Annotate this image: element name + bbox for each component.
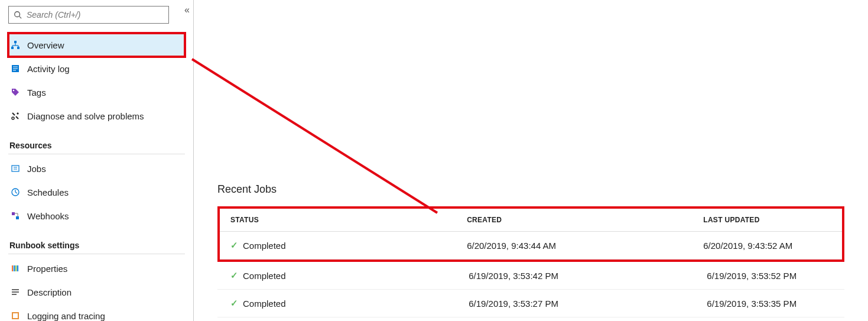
table-row[interactable]: ✓Completed 6/19/2019, 3:53:27 PM 6/19/20… [217, 290, 844, 317]
status-text: Completed [243, 241, 286, 251]
created-cell: 6/19/2019, 3:53:27 PM [456, 290, 694, 317]
status-text: Completed [243, 299, 286, 309]
svg-rect-3 [11, 47, 14, 49]
sidebar-item-properties[interactable]: Properties [8, 257, 185, 280]
description-icon [11, 287, 27, 297]
col-updated: LAST UPDATED [693, 209, 842, 232]
nav-main: Overview Activity log Tags Diagnose and … [8, 33, 185, 128]
divider [8, 154, 185, 154]
search-input-wrap[interactable] [8, 6, 169, 24]
sidebar-item-tags[interactable]: Tags [8, 80, 185, 104]
updated-cell: 6/20/2019, 9:43:52 AM [693, 232, 842, 260]
sidebar-item-label: Logging and tracing [27, 311, 105, 321]
nav-runbook: Properties Description Logging and traci… [8, 257, 185, 321]
log-icon [11, 64, 27, 73]
sidebar-item-label: Activity log [27, 64, 70, 74]
clock-icon [11, 187, 27, 197]
sidebar-item-diagnose[interactable]: Diagnose and solve problems [8, 104, 185, 128]
sidebar-item-label: Diagnose and solve problems [27, 111, 144, 121]
wrench-icon [11, 111, 27, 121]
svg-point-0 [15, 12, 20, 17]
sidebar-item-logging[interactable]: Logging and tracing [8, 304, 185, 321]
webhook-icon [11, 211, 27, 221]
tag-icon [11, 87, 27, 97]
svg-rect-2 [14, 41, 17, 43]
sidebar-item-label: Jobs [27, 164, 46, 174]
check-icon: ✓ [230, 270, 238, 281]
sidebar-item-schedules[interactable]: Schedules [8, 180, 185, 204]
sidebar-item-label: Overview [27, 40, 64, 50]
svg-line-20 [15, 192, 17, 193]
col-status: STATUS [220, 209, 456, 232]
sidebar-item-label: Description [27, 287, 71, 297]
section-title-runbook: Runbook settings [9, 241, 185, 250]
svg-rect-4 [17, 47, 19, 49]
recent-jobs-table: STATUS CREATED LAST UPDATED ✓Completed 6… [220, 209, 842, 260]
sidebar-item-description[interactable]: Description [8, 280, 185, 304]
updated-cell: 6/19/2019, 3:53:52 PM [694, 262, 844, 290]
sidebar-item-webhooks[interactable]: Webhooks [8, 204, 185, 228]
divider [8, 254, 185, 254]
table-header-row: STATUS CREATED LAST UPDATED [220, 209, 842, 232]
svg-rect-31 [13, 313, 18, 318]
check-icon: ✓ [230, 240, 238, 251]
table-row[interactable]: ✓Completed 6/20/2019, 9:43:44 AM 6/20/20… [220, 232, 842, 260]
search-input[interactable] [27, 10, 164, 20]
check-icon: ✓ [230, 298, 238, 309]
col-created: CREATED [456, 209, 693, 232]
sidebar-item-label: Schedules [27, 187, 69, 197]
svg-rect-22 [16, 216, 19, 219]
collapse-icon[interactable]: « [184, 5, 190, 15]
updated-cell: 6/19/2019, 3:53:35 PM [694, 290, 844, 317]
svg-line-1 [19, 17, 22, 19]
sidebar: « Overview Activity log [0, 0, 194, 321]
svg-rect-21 [12, 212, 15, 215]
svg-point-14 [12, 117, 14, 119]
sidebar-item-label: Properties [27, 264, 67, 274]
sidebar-item-label: Webhooks [27, 211, 69, 221]
section-title-resources: Resources [9, 141, 185, 150]
created-cell: 6/20/2019, 9:43:44 AM [456, 232, 693, 260]
main-content: Recent Jobs STATUS CREATED LAST UPDATED … [194, 0, 868, 321]
sidebar-item-jobs[interactable]: Jobs [8, 157, 185, 180]
sitemap-icon [11, 40, 27, 50]
svg-rect-15 [12, 166, 19, 171]
logging-icon [11, 311, 27, 320]
svg-point-13 [13, 90, 14, 91]
search-icon [14, 11, 22, 19]
sidebar-item-label: Tags [27, 87, 46, 98]
recent-jobs-highlight: STATUS CREATED LAST UPDATED ✓Completed 6… [217, 206, 844, 262]
properties-icon [11, 264, 27, 273]
sidebar-item-overview[interactable]: Overview [8, 33, 185, 57]
jobs-icon [11, 164, 27, 173]
status-text: Completed [243, 271, 286, 281]
nav-resources: Jobs Schedules Webhooks [8, 157, 185, 228]
created-cell: 6/19/2019, 3:53:42 PM [456, 262, 694, 290]
recent-jobs-table-rest: ✓Completed 6/19/2019, 3:53:42 PM 6/19/20… [217, 262, 844, 317]
sidebar-item-activity-log[interactable]: Activity log [8, 57, 185, 80]
recent-jobs-title: Recent Jobs [217, 183, 844, 196]
table-row[interactable]: ✓Completed 6/19/2019, 3:53:42 PM 6/19/20… [217, 262, 844, 290]
